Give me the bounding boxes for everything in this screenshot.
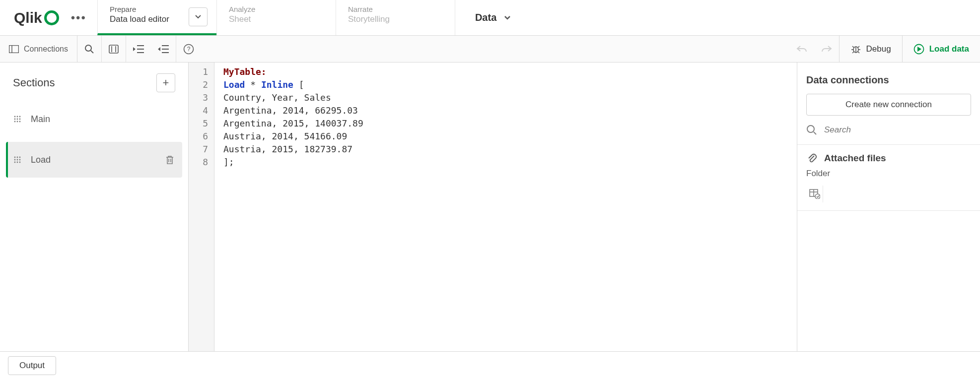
redo-button[interactable] — [814, 36, 839, 62]
data-connections-title: Data connections — [797, 63, 980, 94]
svg-point-25 — [17, 116, 18, 118]
connection-search[interactable] — [797, 116, 980, 145]
code-line: Load * Inline [ — [223, 78, 363, 91]
outdent-button[interactable] — [151, 36, 176, 62]
code-body[interactable]: MyTable: Load * Inline [ Country, Year, … — [214, 63, 363, 351]
svg-point-41 — [19, 162, 21, 163]
code-line: Argentina, 2015, 140037.89 — [223, 117, 363, 130]
bug-icon — [850, 44, 861, 54]
code-line: Argentina, 2014, 66295.03 — [223, 104, 363, 117]
svg-point-31 — [17, 121, 18, 123]
debug-button[interactable]: Debug — [839, 36, 902, 62]
chevron-down-icon — [194, 13, 202, 21]
svg-point-37 — [17, 159, 18, 161]
line-number: 8 — [189, 156, 208, 169]
search-button[interactable] — [77, 36, 102, 62]
connections-toggle[interactable]: Connections — [0, 36, 77, 62]
play-circle-icon — [913, 44, 924, 55]
undo-button[interactable] — [789, 36, 814, 62]
panel-icon — [9, 45, 19, 53]
table-select-icon — [809, 189, 820, 199]
nav-tab-prepare[interactable]: Prepare Data load editor — [97, 0, 216, 35]
nav-step-label: Narrate — [348, 5, 443, 13]
section-item-main[interactable]: Main — [6, 101, 182, 137]
svg-point-34 — [17, 157, 18, 158]
folder-actions — [806, 186, 971, 210]
svg-point-40 — [17, 162, 18, 163]
svg-point-35 — [19, 157, 21, 158]
logo-circle-icon — [44, 10, 59, 25]
search-input[interactable] — [824, 125, 971, 135]
redo-icon — [821, 45, 832, 54]
svg-point-33 — [14, 157, 16, 158]
svg-rect-4 — [109, 45, 118, 53]
bottom-bar: Output — [0, 351, 980, 379]
svg-line-21 — [852, 52, 854, 53]
svg-point-42 — [807, 126, 814, 132]
sections-panel: Sections + Main Load — [0, 63, 189, 351]
chevron-down-icon — [503, 14, 511, 22]
attached-files-label: Attached files — [824, 153, 886, 164]
drag-handle-icon[interactable] — [14, 156, 21, 163]
svg-text:?: ? — [187, 46, 191, 53]
svg-line-19 — [852, 46, 854, 48]
logo-area: Qlik ••• — [0, 0, 97, 35]
data-dropdown-label: Data — [475, 12, 496, 23]
load-data-label: Load data — [929, 44, 969, 54]
svg-point-2 — [85, 45, 91, 51]
add-section-button[interactable]: + — [156, 73, 175, 92]
debug-label: Debug — [866, 44, 891, 54]
undo-icon — [796, 45, 807, 54]
comment-toggle-button[interactable] — [102, 36, 126, 62]
line-number: 2 — [189, 78, 208, 91]
help-button[interactable]: ? — [176, 36, 201, 62]
comment-icon — [109, 45, 119, 54]
section-item-load[interactable]: Load — [6, 142, 182, 178]
svg-point-32 — [19, 121, 21, 123]
folder-label: Folder — [806, 169, 971, 179]
indent-button[interactable] — [126, 36, 151, 62]
qlik-logo[interactable]: Qlik — [14, 9, 59, 26]
svg-point-29 — [19, 119, 21, 120]
nav-step-label: Analyze — [229, 5, 324, 13]
svg-line-43 — [814, 132, 816, 134]
attached-files-section: Attached files Folder — [797, 145, 980, 211]
output-toggle-button[interactable]: Output — [8, 356, 56, 375]
load-data-button[interactable]: Load data — [902, 36, 980, 62]
nav-tab-analyze[interactable]: Analyze Sheet — [216, 0, 336, 35]
nav-dropdown-button[interactable] — [189, 7, 208, 26]
svg-rect-0 — [9, 45, 19, 53]
drag-handle-icon[interactable] — [14, 116, 21, 123]
svg-point-27 — [14, 119, 16, 120]
toolbar: Connections ? Debug Load da — [0, 36, 980, 63]
paperclip-icon — [806, 153, 817, 164]
svg-point-28 — [17, 119, 18, 120]
create-connection-button[interactable]: Create new connection — [806, 94, 971, 116]
logo-text: Qlik — [14, 9, 42, 26]
main-area: Sections + Main Load 1 2 3 4 5 6 — [0, 63, 980, 351]
attached-files-header: Attached files — [806, 153, 971, 164]
line-number: 5 — [189, 117, 208, 130]
search-icon — [806, 125, 817, 135]
data-connections-panel: Data connections Create new connection A… — [797, 63, 980, 351]
line-number: 3 — [189, 91, 208, 104]
section-item-label: Main — [31, 114, 50, 125]
nav-tab-narrate[interactable]: Narrate Storytelling — [336, 0, 455, 35]
svg-point-26 — [19, 116, 21, 118]
line-number: 7 — [189, 143, 208, 156]
code-line: Country, Year, Sales — [223, 91, 363, 104]
svg-line-22 — [858, 52, 859, 53]
select-data-button[interactable] — [806, 186, 823, 202]
svg-point-38 — [19, 159, 21, 161]
code-line: ]; — [223, 156, 363, 169]
toolbar-left: Connections ? — [0, 36, 201, 62]
svg-point-47 — [815, 194, 820, 199]
data-dropdown[interactable]: Data — [455, 0, 531, 35]
code-editor[interactable]: 1 2 3 4 5 6 7 8 MyTable: Load * Inline [… — [189, 63, 797, 351]
svg-point-24 — [14, 116, 16, 118]
code-line: Austria, 2015, 182739.87 — [223, 143, 363, 156]
svg-point-39 — [14, 162, 16, 163]
delete-section-button[interactable] — [165, 155, 174, 165]
line-gutter: 1 2 3 4 5 6 7 8 — [189, 63, 214, 351]
more-menu-icon[interactable]: ••• — [71, 11, 86, 25]
